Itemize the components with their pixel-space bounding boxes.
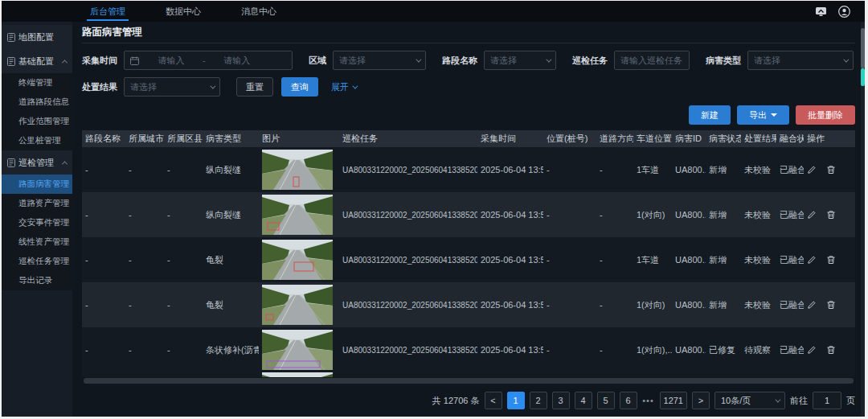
document-icon: [7, 158, 15, 167]
row-image[interactable]: [259, 285, 339, 325]
region-select[interactable]: 请选择: [333, 51, 426, 70]
next-page-button[interactable]: >: [692, 392, 710, 409]
task-input[interactable]: [620, 55, 683, 65]
user-avatar-icon[interactable]: [838, 6, 850, 18]
app-window: 后台管理数据中心消息中心 地图配置基础配置终端管理道路路段信息作业范围管理公里桩…: [2, 1, 865, 417]
table-action-row: 新建 导出 批量删除: [72, 104, 865, 130]
result-select[interactable]: 请选择: [124, 77, 220, 97]
filter-row-2: 处置结果 请选择 重置 查询 展开: [82, 77, 855, 97]
prev-page-button[interactable]: <: [485, 392, 502, 409]
row-image[interactable]: [259, 240, 339, 280]
table-cell-task: UA800331220002_20250604133852059: [339, 256, 477, 265]
table-cell-road-name: -: [82, 345, 125, 355]
pagination-ellipsis[interactable]: •••: [642, 396, 655, 405]
table-cell-disease-type: 条状修补(沥青): [203, 344, 259, 356]
collect-time-range-picker[interactable]: -: [124, 51, 293, 70]
sidebar-item[interactable]: 交安事件管理: [2, 213, 72, 232]
page-size-select[interactable]: 10条/页: [714, 392, 785, 409]
column-header: 采集时间: [477, 133, 543, 145]
vertical-scrollbar-marker: [861, 68, 865, 86]
batch-delete-button[interactable]: 批量删除: [796, 105, 855, 125]
display-icon[interactable]: [815, 6, 827, 17]
sidebar-item[interactable]: 公里桩管理: [2, 131, 72, 150]
sidebar-item[interactable]: 巡检任务管理: [2, 252, 72, 271]
table-row: ---条状修补(沥青)UA800331220002_20250604133852…: [82, 327, 855, 372]
expand-link[interactable]: 展开: [331, 81, 356, 93]
table-cell-fusion: 已融合: [776, 344, 804, 356]
column-header: 病害类型: [203, 133, 259, 145]
table-cell-district: -: [164, 210, 203, 220]
edit-icon[interactable]: [807, 165, 817, 175]
delete-icon[interactable]: [826, 210, 836, 220]
disease-type-select[interactable]: 请选择: [747, 51, 854, 70]
table-cell-direction: -: [596, 345, 633, 355]
page-button[interactable]: 2: [530, 392, 547, 409]
row-image[interactable]: [259, 195, 339, 235]
table-cell-task: UA800331220002_20250604133852059: [339, 301, 477, 310]
page-button[interactable]: 3: [552, 392, 570, 409]
page-button[interactable]: 1: [507, 392, 525, 409]
sidebar-group[interactable]: 巡检管理: [2, 150, 72, 175]
page-button[interactable]: 5: [597, 392, 615, 409]
edit-icon[interactable]: [807, 345, 817, 355]
sidebar-item[interactable]: 道路路段信息: [2, 92, 72, 112]
row-image[interactable]: [259, 330, 339, 370]
delete-icon[interactable]: [826, 255, 836, 265]
edit-icon[interactable]: [807, 210, 817, 220]
table-cell-road-name: -: [82, 300, 125, 310]
row-actions: [804, 255, 844, 265]
table-cell-status: 新增: [706, 209, 741, 221]
chevron-down-icon: [416, 56, 421, 62]
disease-table: 路段名称所属城市所属区县病害类型图片巡检任务采集时间位置(桩号)道路方向车道位置…: [82, 130, 855, 384]
road-name-label: 路段名称: [442, 55, 477, 67]
sidebar-item[interactable]: 道路资产管理: [2, 194, 72, 213]
vertical-scrollbar-thumb[interactable]: [861, 28, 865, 68]
column-header: 巡检任务: [339, 133, 477, 145]
page-suffix: 页: [846, 395, 855, 407]
nav-tab[interactable]: 后台管理: [82, 1, 133, 22]
sidebar-group[interactable]: 基础配置: [2, 49, 72, 73]
sidebar-item[interactable]: 作业范围管理: [2, 112, 72, 131]
reset-button[interactable]: 重置: [236, 77, 273, 97]
collect-time-end-input[interactable]: [209, 55, 265, 65]
page-button[interactable]: 6: [620, 392, 637, 409]
table-cell-district: -: [164, 300, 203, 310]
disease-type-label: 病害类型: [706, 55, 741, 67]
table-cell-disease-id: UA800...: [672, 165, 706, 175]
table-cell-fusion: 已融合: [776, 209, 804, 221]
sidebar-group[interactable]: 地图配置: [2, 25, 72, 49]
edit-icon[interactable]: [807, 300, 817, 310]
table-cell-lane: 1车道: [633, 164, 672, 176]
nav-tab[interactable]: 数据中心: [158, 1, 209, 22]
query-button[interactable]: 查询: [281, 77, 318, 97]
table-cell-fusion: 已融合: [776, 164, 804, 176]
page-size-value: 10条/页: [721, 395, 751, 407]
goto-page-input[interactable]: [815, 396, 839, 405]
table-cell-lane: 1(对向),...: [633, 344, 672, 356]
road-name-select[interactable]: 请选择: [484, 51, 556, 70]
sidebar-item[interactable]: 终端管理: [2, 73, 72, 92]
page-button[interactable]: 4: [575, 392, 592, 409]
sidebar-item[interactable]: 导出记录: [2, 271, 72, 290]
export-button[interactable]: 导出: [737, 105, 789, 125]
road-name-select-value: 请选择: [490, 55, 517, 67]
table-cell-lane: 1(对向): [633, 209, 672, 221]
column-header: 病害状态: [706, 133, 741, 145]
partial-row: [82, 372, 855, 377]
sidebar-item[interactable]: 线性资产管理: [2, 232, 72, 252]
row-image[interactable]: [259, 150, 339, 190]
delete-icon[interactable]: [826, 165, 836, 175]
table-cell-collect-time: 2025-06-04 13:50: [477, 345, 543, 355]
edit-icon[interactable]: [807, 255, 817, 265]
task-input-box[interactable]: [614, 51, 690, 70]
sidebar-item[interactable]: 路面病害管理: [2, 175, 72, 194]
create-button[interactable]: 新建: [689, 105, 731, 125]
horizontal-scrollbar-thumb[interactable]: [84, 378, 854, 384]
nav-tab[interactable]: 消息中心: [233, 1, 285, 22]
filter-panel: 采集时间 -: [72, 43, 865, 104]
delete-icon[interactable]: [826, 300, 836, 310]
collect-time-start-input[interactable]: [143, 55, 199, 65]
last-page-button[interactable]: 1271: [660, 392, 687, 409]
delete-icon[interactable]: [826, 345, 836, 355]
vertical-scrollbar[interactable]: [861, 22, 865, 417]
